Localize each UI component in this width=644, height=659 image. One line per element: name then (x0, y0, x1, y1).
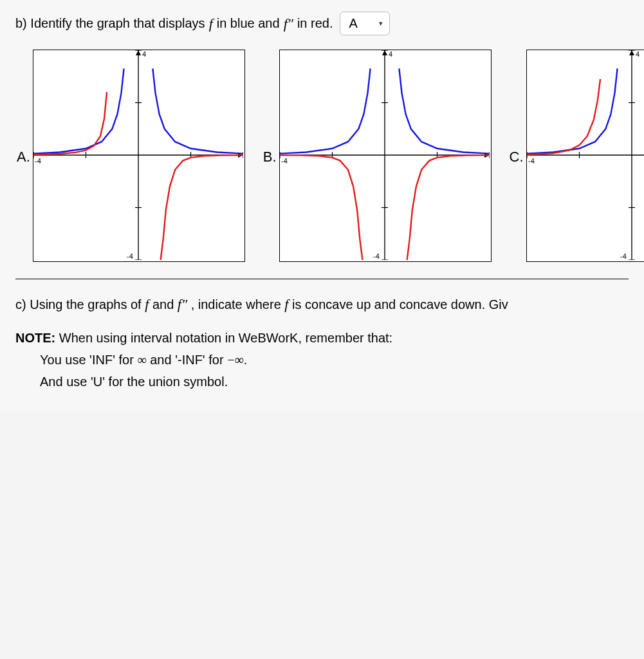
neg-infinity-symbol: −∞ (227, 353, 244, 367)
svg-text:-4: -4 (373, 252, 380, 260)
answer-select-value: A (349, 16, 358, 31)
question-c-mid: and (152, 297, 178, 311)
note-line1-a: You use 'INF' for (40, 353, 137, 367)
chevron-down-icon: ▾ (379, 19, 383, 28)
svg-marker-3 (136, 50, 141, 55)
graph-grid: A. -44-4 B. -44-4 C. -44-4 D. -44-4 (17, 50, 629, 262)
svg-text:-4: -4 (281, 157, 288, 165)
graph-c: -44-4 (526, 50, 644, 262)
divider (15, 279, 629, 279)
svg-text:4: 4 (142, 50, 146, 58)
note-heading-rest: When using interval notation in WeBWorK,… (55, 331, 392, 345)
f-symbol-2: f (145, 296, 149, 312)
note-line1-b: and '-INF' for (147, 353, 227, 367)
svg-marker-18 (382, 50, 387, 55)
graph-a: -44-4 (33, 50, 245, 262)
svg-text:-4: -4 (528, 157, 535, 165)
note-block: NOTE: When using interval notation in We… (15, 327, 629, 393)
note-line1-c: . (244, 353, 248, 367)
note-line-heading: NOTE: When using interval notation in We… (15, 327, 629, 349)
f-symbol-3: f (284, 296, 288, 312)
svg-text:4: 4 (636, 50, 639, 58)
svg-text:-4: -4 (127, 252, 133, 260)
infinity-symbol: ∞ (137, 353, 146, 367)
question-c-post: is concave up and concave down. Giv (292, 297, 508, 311)
f-double-prime-symbol-2: f″ (178, 296, 187, 312)
problem-page: b) Identify the graph that displays f in… (0, 0, 644, 412)
note-heading: NOTE: (15, 331, 55, 345)
note-line-2: And use 'U' for the union symbol. (40, 371, 629, 393)
graph-cell-b: B. -44-4 (263, 50, 492, 262)
graph-label-b: B. (263, 149, 277, 165)
graph-b: -44-4 (279, 50, 492, 262)
question-b-text-mid: in blue and (217, 16, 280, 31)
f-symbol: f (209, 15, 213, 32)
question-b-text-pre: b) Identify the graph that displays (15, 16, 205, 31)
question-b: b) Identify the graph that displays f in… (15, 12, 629, 35)
graph-cell-c: C. -44-4 (510, 50, 644, 262)
f-double-prime-symbol: f″ (284, 15, 293, 32)
question-b-text-post: in red. (297, 16, 333, 31)
svg-text:4: 4 (389, 50, 392, 58)
graph-cell-a: A. -44-4 (17, 50, 245, 262)
svg-text:-4: -4 (620, 252, 627, 260)
answer-select[interactable]: A ▾ (340, 12, 390, 35)
question-c-mid2: , indicate where (191, 297, 285, 311)
note-line-1: You use 'INF' for ∞ and '-INF' for −∞. (40, 349, 629, 371)
graph-label-c: C. (510, 149, 524, 165)
question-c-pre: c) Using the graphs of (15, 297, 145, 311)
svg-text:-4: -4 (35, 157, 41, 165)
svg-marker-33 (629, 50, 634, 55)
question-c: c) Using the graphs of f and f″ , indica… (15, 296, 629, 313)
graph-label-a: A. (17, 149, 30, 165)
